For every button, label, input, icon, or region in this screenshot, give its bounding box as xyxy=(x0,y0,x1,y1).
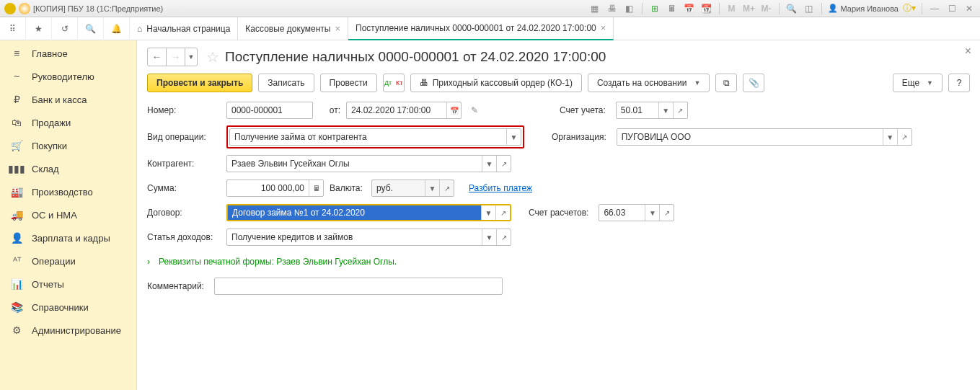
expand-chevron-icon[interactable]: › xyxy=(147,257,150,267)
operation-label: Вид операции: xyxy=(147,132,221,142)
save-button[interactable]: Записать xyxy=(258,74,314,92)
income-label: Статья доходов: xyxy=(147,232,221,242)
history-icon[interactable]: ↺ xyxy=(52,17,78,40)
sidebar-item-manager[interactable]: ~Руководителю xyxy=(0,65,136,88)
favorite-star-icon[interactable]: ☆ xyxy=(206,48,219,66)
tb-calendar-icon[interactable]: 📅 xyxy=(683,2,696,15)
tb-info-icon[interactable]: ⓘ▾ xyxy=(903,2,916,15)
chevron-down-icon[interactable]: ▼ xyxy=(658,102,673,118)
calc-icon[interactable]: 🖩 xyxy=(309,180,323,196)
dt-kt-button[interactable]: ДтКт xyxy=(383,74,405,92)
admin-icon: ⚙ xyxy=(10,324,23,336)
chevron-down-icon[interactable]: ▼ xyxy=(482,229,496,245)
chevron-down-icon[interactable]: ▼ xyxy=(482,156,496,172)
tb-calc-icon[interactable]: 🖩 xyxy=(666,2,679,15)
tb-date-icon[interactable]: 📆 xyxy=(700,2,713,15)
org-input[interactable]: ПУГОВИЦА ООО▼↗ xyxy=(617,128,912,146)
sidebar-item-sales[interactable]: 🛍Продажи xyxy=(0,111,136,134)
print-order-button[interactable]: 🖶Приходный кассовый ордер (КО-1) xyxy=(410,74,582,92)
calendar-icon[interactable]: 📅 xyxy=(446,102,461,118)
tab-home[interactable]: ⌂Начальная страница xyxy=(130,17,238,40)
number-input[interactable]: 0000-000001 xyxy=(226,102,313,119)
operation-input[interactable]: Получение займа от контрагента▼ xyxy=(229,128,521,146)
window-minimize[interactable]: — xyxy=(928,2,941,15)
sidebar-item-main[interactable]: ≡Главное xyxy=(0,42,136,65)
page-title: Поступление наличных 0000-000001 от 24.0… xyxy=(225,49,606,65)
tb-compare-icon[interactable]: ◧ xyxy=(623,2,636,15)
tb-save-icon[interactable]: ▦ xyxy=(588,2,601,15)
tb-print-icon[interactable]: 🖶 xyxy=(606,2,619,15)
main-icon: ≡ xyxy=(10,48,23,59)
comment-input[interactable] xyxy=(214,278,503,295)
directories-icon: 📚 xyxy=(10,301,23,313)
tab-receipt[interactable]: Поступление наличных 0000-000001 от 24.0… xyxy=(348,17,614,40)
sidebar-item-operations[interactable]: ᴬᵀОперации xyxy=(0,249,136,272)
settle-input[interactable]: 66.03▼↗ xyxy=(599,204,674,221)
titlebar: [КОПИЯ] ПБУ 18 (1С:Предприятие) ▦ 🖶 ◧ ⊞ … xyxy=(0,0,980,17)
tb-mminus-btn[interactable]: M- xyxy=(760,2,773,15)
sidebar-item-directories[interactable]: 📚Справочники xyxy=(0,296,136,319)
sidebar-item-assets[interactable]: 🚚ОС и НМА xyxy=(0,203,136,226)
sidebar-item-payroll[interactable]: 👤Зарплата и кадры xyxy=(0,226,136,249)
user-display[interactable]: 👤Мария Иванова xyxy=(828,4,899,13)
attach-button[interactable]: 📎 xyxy=(743,74,764,92)
account-input[interactable]: 50.01▼↗ xyxy=(616,102,688,119)
open-icon[interactable]: ↗ xyxy=(496,229,511,245)
posted-icon[interactable]: ✎ xyxy=(467,105,482,115)
content: × ← → ▼ ☆ Поступление наличных 0000-0000… xyxy=(137,40,980,390)
chevron-down-icon[interactable]: ▼ xyxy=(645,205,659,221)
sidebar-item-bank[interactable]: ₽Банк и касса xyxy=(0,88,136,111)
from-label: от: xyxy=(319,105,340,115)
chevron-down-icon[interactable]: ▼ xyxy=(883,129,897,145)
window-close[interactable]: ✕ xyxy=(963,2,976,15)
open-icon[interactable]: ↗ xyxy=(673,102,687,118)
chevron-down-icon[interactable]: ▼ xyxy=(506,129,521,145)
sum-input[interactable]: 100 000,00🖩 xyxy=(226,180,324,197)
sidebar-item-admin[interactable]: ⚙Администрирование xyxy=(0,319,136,342)
post-button[interactable]: Провести xyxy=(320,74,377,92)
menu-grid-icon[interactable]: ⠿ xyxy=(0,17,26,40)
chevron-down-icon[interactable]: ▼ xyxy=(481,205,495,220)
income-input[interactable]: Получение кредитов и займов▼↗ xyxy=(226,229,511,246)
open-icon[interactable]: ↗ xyxy=(439,180,454,196)
tab-cash-docs[interactable]: Кассовые документы× xyxy=(238,17,348,40)
tb-zoom-icon[interactable]: 🔍 xyxy=(785,2,798,15)
more-button[interactable]: Еще▼ xyxy=(893,74,943,92)
currency-input[interactable]: руб.▼↗ xyxy=(371,180,454,197)
tab-close-icon[interactable]: × xyxy=(601,22,606,33)
nav-forward[interactable]: → xyxy=(167,48,185,66)
window-maximize[interactable]: ☐ xyxy=(945,2,958,15)
sidebar-item-reports[interactable]: 📊Отчеты xyxy=(0,272,136,296)
tb-m-btn[interactable]: M xyxy=(725,2,738,15)
date-input[interactable]: 24.02.2020 17:00:00📅 xyxy=(346,102,462,119)
tab-close-icon[interactable]: × xyxy=(335,23,340,34)
open-icon[interactable]: ↗ xyxy=(496,156,511,172)
sidebar-item-warehouse[interactable]: ▮▮▮Склад xyxy=(0,157,136,180)
comment-label: Комментарий: xyxy=(147,281,208,291)
nav-back[interactable]: ← xyxy=(148,48,167,66)
content-close-icon[interactable]: × xyxy=(965,45,971,58)
create-based-button[interactable]: Создать на основании▼ xyxy=(588,74,710,92)
structure-button[interactable]: ⧉ xyxy=(715,74,737,92)
sidebar-item-purchases[interactable]: 🛒Покупки xyxy=(0,134,136,157)
tb-calc-green-icon[interactable]: ⊞ xyxy=(648,2,661,15)
search-icon[interactable]: 🔍 xyxy=(78,17,104,40)
tb-mplus-btn[interactable]: M+ xyxy=(743,2,756,15)
post-and-close-button[interactable]: Провести и закрыть xyxy=(147,74,252,92)
split-payment-link[interactable]: Разбить платеж xyxy=(469,183,532,193)
nav-dropdown[interactable]: ▼ xyxy=(185,48,197,66)
open-icon[interactable]: ↗ xyxy=(897,129,911,145)
home-icon: ⌂ xyxy=(137,24,142,34)
open-icon[interactable]: ↗ xyxy=(495,205,510,220)
favorites-star-icon[interactable]: ★ xyxy=(26,17,52,40)
open-icon[interactable]: ↗ xyxy=(659,205,674,221)
tabs: ⌂Начальная страница Кассовые документы× … xyxy=(130,17,614,40)
help-button[interactable]: ? xyxy=(948,74,970,92)
notifications-icon[interactable]: 🔔 xyxy=(104,17,130,40)
chevron-down-icon[interactable]: ▼ xyxy=(425,180,439,196)
requisites-link[interactable]: Реквизиты печатной формы: Рзаев Эльвин Г… xyxy=(159,257,397,267)
sidebar-item-production[interactable]: 🏭Производство xyxy=(0,180,136,203)
contract-input[interactable]: Договор займа №1 от 24.02.2020▼↗ xyxy=(226,204,511,221)
tb-windows-icon[interactable]: ◫ xyxy=(803,2,816,15)
counterparty-input[interactable]: Рзаев Эльвин Гусейхан Оглы▼↗ xyxy=(226,155,511,172)
